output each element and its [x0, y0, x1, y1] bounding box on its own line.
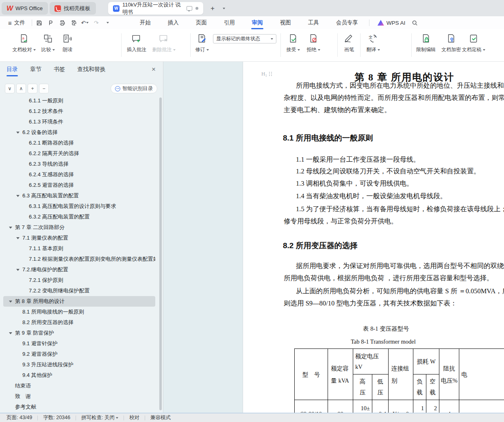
menu-tab-review[interactable]: 审阅: [243, 16, 272, 29]
save-button[interactable]: [35, 18, 44, 27]
print-preview-button[interactable]: [69, 18, 78, 27]
toc-item[interactable]: 6.2.2 隔离开关的选择: [3, 148, 155, 159]
collapse-arrow-icon[interactable]: [16, 132, 20, 134]
toc-item[interactable]: 6.1.3 环境条件: [3, 117, 155, 127]
toc-collapse-button[interactable]: −: [39, 84, 49, 93]
paragraph-line: 据所用电要求，为保证对所用电可靠供电，选用两台型号不相同的双绕组: [296, 262, 504, 271]
toc-item[interactable]: 6.1.1 一般原则: [3, 95, 155, 106]
wps-ai-button[interactable]: WPS AI: [378, 20, 406, 26]
toc-expand-button[interactable]: +: [28, 84, 37, 93]
sidebar-tab-find-replace[interactable]: 查找和替换: [77, 66, 106, 76]
toc-item[interactable]: 6.3.1 高压配电装置的设计原则与要求: [3, 201, 155, 212]
menu-tab-view[interactable]: 视图: [272, 16, 300, 29]
markup-state-select[interactable]: 显示标记的最终状态: [213, 34, 276, 43]
proofread-status[interactable]: 校对: [129, 414, 139, 421]
present-icon[interactable]: [187, 6, 192, 11]
chevron-down-icon: [378, 49, 380, 51]
toc-item[interactable]: 9.4 其他保护: [3, 370, 155, 381]
undo-button[interactable]: ↶: [80, 18, 90, 27]
accept-button[interactable]: 接受: [284, 32, 302, 58]
sidebar-tab-chapters[interactable]: 章节: [30, 66, 41, 76]
toc-previous-button[interactable]: ∧: [16, 84, 26, 93]
restrict-editing-button[interactable]: 限制编辑: [414, 32, 438, 58]
toc-item-selected[interactable]: 第 8 章 所用电的设计: [3, 296, 155, 307]
insert-comment-button[interactable]: 插入批注: [124, 32, 149, 58]
collapse-arrow-icon[interactable]: [9, 332, 12, 334]
toc-item[interactable]: 7.1 测量仪表的配置: [3, 233, 155, 243]
translate-icon: 文 A: [368, 32, 378, 45]
compat-mode-status[interactable]: 兼容模式: [150, 414, 171, 421]
toc-item[interactable]: 7.1.2 根据测量仪表的配置原则变电所的测量仪表配置如 ...: [3, 254, 155, 264]
sidebar-tab-contents[interactable]: 目录: [7, 66, 18, 76]
ink-brush-button[interactable]: 画笔: [341, 32, 358, 58]
menu-tab-member[interactable]: 会员专享: [328, 16, 367, 29]
toc-next-button[interactable]: ∨: [5, 84, 15, 93]
collapse-arrow-icon[interactable]: [9, 227, 12, 229]
toc-item[interactable]: 6.2 设备的选择: [3, 127, 155, 138]
menu-tab-home[interactable]: 开始: [131, 16, 159, 29]
cell-load: 1: [413, 400, 426, 413]
doc-proofing-button[interactable]: a 文档校对: [11, 32, 37, 58]
window-tab-bar: W WPS Office 找稻壳模板 W 110kV升压站一次设计 说明书 +: [0, 0, 504, 16]
list-line: 1.3 调相机负荷集中，可设专用线供电。: [296, 179, 413, 188]
toc-item[interactable]: 7.2.继电保护的配置: [3, 264, 155, 275]
heading-drag-handle[interactable]: H₁: [261, 71, 272, 77]
translate-button[interactable]: 文 A 翻译: [363, 32, 383, 58]
toc-item[interactable]: 8.2 所用变压器的选择: [3, 317, 155, 328]
tab-docer-templates[interactable]: 找稻壳模板: [50, 2, 96, 15]
tab-list-button[interactable]: [218, 3, 228, 14]
toc-item[interactable]: 6.2.3 导线的选择: [3, 159, 155, 169]
smart-toc-button[interactable]: 智能识别目录: [111, 84, 157, 93]
customize-toolbar-button[interactable]: [103, 18, 113, 27]
toc-item[interactable]: 致 谢: [3, 391, 155, 402]
toc-item[interactable]: 6.1.2 技术条件: [3, 106, 155, 117]
cell-capacity: 80: [328, 400, 353, 413]
search-button[interactable]: [412, 20, 418, 26]
menu-tab-tools[interactable]: 工具: [300, 16, 328, 29]
spell-check-status[interactable]: 拼写检查: 关闭: [81, 414, 118, 421]
collapse-arrow-icon[interactable]: [16, 269, 20, 271]
tab-wps-office[interactable]: W WPS Office: [2, 2, 48, 15]
delete-comment-button[interactable]: 删除批注: [150, 32, 177, 58]
toc-item[interactable]: 结束语: [3, 381, 155, 391]
collapse-arrow-icon[interactable]: [9, 301, 12, 303]
redo-button[interactable]: ↷: [91, 18, 101, 27]
toc-item[interactable]: 第 7 章 二次回路部分: [3, 222, 155, 233]
reject-button[interactable]: 拒绝: [304, 32, 323, 58]
menu-tab-reference[interactable]: 引用: [215, 16, 243, 29]
file-menu-button[interactable]: ≡ 文件: [0, 19, 29, 26]
read-aloud-button[interactable]: 朗读: [59, 32, 76, 58]
toc-item[interactable]: 7.2.1 保护原则: [3, 275, 155, 286]
toc-item[interactable]: 7.1.1 基本原则: [3, 243, 155, 254]
sidebar-close-button[interactable]: ×: [152, 66, 156, 73]
menu-tab-page[interactable]: 页面: [187, 16, 215, 29]
toc-item[interactable]: 参考文献: [3, 402, 155, 412]
toc-item[interactable]: 8.1 所用电接线的一般原则: [3, 307, 155, 317]
menu-tab-insert[interactable]: 插入: [159, 16, 187, 29]
toc-item[interactable]: 6.3.2 高压配电装置的配置: [3, 212, 155, 222]
sidebar-tab-bookmarks[interactable]: 书签: [54, 66, 65, 76]
compare-button[interactable]: 比较: [39, 32, 57, 58]
track-changes-button[interactable]: 修订: [193, 32, 211, 58]
finalize-doc-button[interactable]: 文档定稿: [460, 32, 487, 58]
toc-item[interactable]: 6.2.5 避雷器的选择: [3, 180, 155, 190]
word-count-status[interactable]: 字数: 20346: [43, 414, 70, 421]
toc-item[interactable]: 9.3 升压站进线段保护: [3, 359, 155, 370]
toc-item[interactable]: 9.1 避雷针保护: [3, 338, 155, 349]
sidebar-scrollbar[interactable]: [159, 97, 162, 410]
collapse-arrow-icon[interactable]: [16, 237, 20, 239]
toc-item[interactable]: 第 9 章 防雷保护: [3, 328, 155, 338]
toc-item[interactable]: 7.2.2 变电所继电保护配置: [3, 286, 155, 296]
collapse-arrow-icon[interactable]: [16, 195, 20, 197]
export-pdf-button[interactable]: [46, 18, 56, 27]
toc-item[interactable]: 6.2.4 互感器的选择: [3, 169, 155, 180]
track-changes-icon: [197, 32, 207, 45]
toc-item[interactable]: 6.2.1 断路器的选择: [3, 138, 155, 148]
encrypt-doc-button[interactable]: 文档加密: [439, 32, 463, 58]
new-tab-button[interactable]: +: [207, 3, 218, 14]
toc-item[interactable]: 9.2 避雷器保护: [3, 349, 155, 359]
print-button[interactable]: [57, 18, 67, 27]
document-page[interactable]: H₁ 第 8 章 所用电的设计 所用电接线方式，因变电所在电力系统中所处的地位、…: [243, 62, 504, 413]
toc-item[interactable]: 6.3 高压配电装置的配置: [3, 190, 155, 201]
tab-document[interactable]: W 110kV升压站一次设计 说明书: [108, 2, 203, 15]
